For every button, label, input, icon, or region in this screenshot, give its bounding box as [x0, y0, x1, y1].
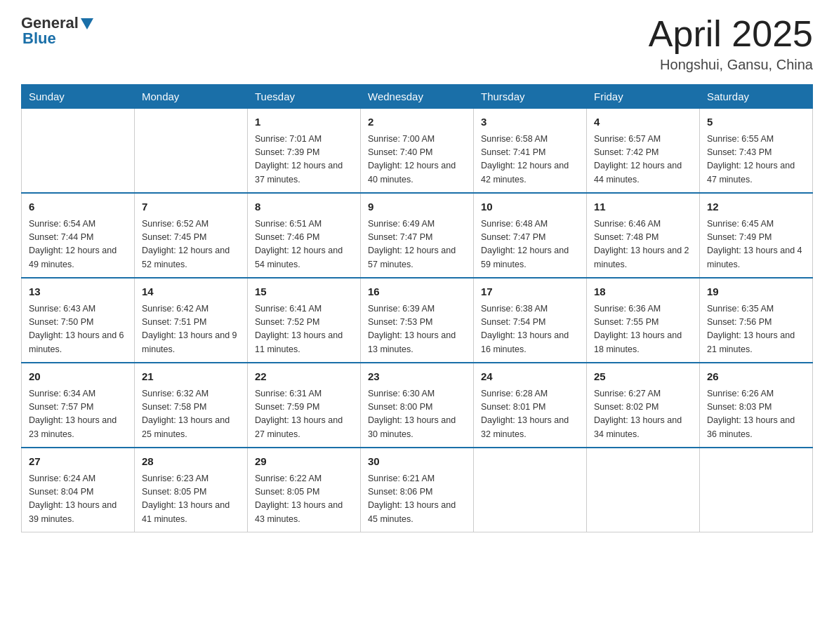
- day-info: Sunrise: 6:32 AMSunset: 7:58 PMDaylight:…: [142, 387, 240, 442]
- page-header: General Blue April 2025 Hongshui, Gansu,…: [21, 14, 813, 73]
- day-number: 11: [594, 199, 692, 215]
- day-number: 7: [142, 199, 240, 215]
- calendar-cell: 1Sunrise: 7:01 AMSunset: 7:39 PMDaylight…: [248, 109, 361, 194]
- day-number: 17: [481, 284, 579, 300]
- calendar-cell: 19Sunrise: 6:35 AMSunset: 7:56 PMDayligh…: [700, 278, 813, 363]
- day-info: Sunrise: 6:34 AMSunset: 7:57 PMDaylight:…: [29, 387, 127, 442]
- day-info: Sunrise: 6:48 AMSunset: 7:47 PMDaylight:…: [481, 217, 579, 272]
- day-number: 6: [29, 199, 127, 215]
- day-number: 15: [255, 284, 353, 300]
- calendar-cell: 9Sunrise: 6:49 AMSunset: 7:47 PMDaylight…: [361, 193, 474, 278]
- day-info: Sunrise: 6:21 AMSunset: 8:06 PMDaylight:…: [368, 472, 466, 527]
- calendar-cell: 20Sunrise: 6:34 AMSunset: 7:57 PMDayligh…: [22, 363, 135, 448]
- day-info: Sunrise: 6:38 AMSunset: 7:54 PMDaylight:…: [481, 302, 579, 357]
- day-info: Sunrise: 6:55 AMSunset: 7:43 PMDaylight:…: [707, 133, 805, 187]
- day-of-week-header: Friday: [587, 85, 700, 109]
- day-info: Sunrise: 6:46 AMSunset: 7:48 PMDaylight:…: [594, 217, 692, 272]
- day-info: Sunrise: 7:01 AMSunset: 7:39 PMDaylight:…: [255, 133, 353, 187]
- calendar-cell: 25Sunrise: 6:27 AMSunset: 8:02 PMDayligh…: [587, 363, 700, 448]
- calendar-cell: 24Sunrise: 6:28 AMSunset: 8:01 PMDayligh…: [474, 363, 587, 448]
- calendar-title: April 2025: [649, 14, 813, 54]
- day-info: Sunrise: 6:27 AMSunset: 8:02 PMDaylight:…: [594, 387, 692, 442]
- day-number: 30: [368, 454, 466, 470]
- day-number: 20: [29, 369, 127, 385]
- calendar-cell: [135, 109, 248, 194]
- day-of-week-header: Wednesday: [361, 85, 474, 109]
- calendar-table: SundayMondayTuesdayWednesdayThursdayFrid…: [21, 84, 813, 532]
- calendar-cell: [22, 109, 135, 194]
- day-info: Sunrise: 6:41 AMSunset: 7:52 PMDaylight:…: [255, 302, 353, 357]
- calendar-week-row: 13Sunrise: 6:43 AMSunset: 7:50 PMDayligh…: [22, 278, 813, 363]
- calendar-cell: 8Sunrise: 6:51 AMSunset: 7:46 PMDaylight…: [248, 193, 361, 278]
- calendar-week-row: 20Sunrise: 6:34 AMSunset: 7:57 PMDayligh…: [22, 363, 813, 448]
- calendar-cell: 11Sunrise: 6:46 AMSunset: 7:48 PMDayligh…: [587, 193, 700, 278]
- day-info: Sunrise: 6:24 AMSunset: 8:04 PMDaylight:…: [29, 472, 127, 527]
- calendar-cell: 30Sunrise: 6:21 AMSunset: 8:06 PMDayligh…: [361, 448, 474, 532]
- day-info: Sunrise: 6:54 AMSunset: 7:44 PMDaylight:…: [29, 217, 127, 272]
- calendar-cell: 28Sunrise: 6:23 AMSunset: 8:05 PMDayligh…: [135, 448, 248, 532]
- calendar-cell: 13Sunrise: 6:43 AMSunset: 7:50 PMDayligh…: [22, 278, 135, 363]
- day-info: Sunrise: 6:42 AMSunset: 7:51 PMDaylight:…: [142, 302, 240, 357]
- day-info: Sunrise: 6:43 AMSunset: 7:50 PMDaylight:…: [29, 302, 127, 357]
- logo-block: General Blue: [21, 14, 93, 48]
- day-number: 22: [255, 369, 353, 385]
- day-number: 27: [29, 454, 127, 470]
- day-info: Sunrise: 7:00 AMSunset: 7:40 PMDaylight:…: [368, 133, 466, 187]
- calendar-subtitle: Hongshui, Gansu, China: [649, 57, 813, 73]
- calendar-cell: 23Sunrise: 6:30 AMSunset: 8:00 PMDayligh…: [361, 363, 474, 448]
- calendar-cell: 4Sunrise: 6:57 AMSunset: 7:42 PMDaylight…: [587, 109, 700, 194]
- day-number: 2: [368, 114, 466, 130]
- day-number: 25: [594, 369, 692, 385]
- day-number: 19: [707, 284, 805, 300]
- calendar-cell: 18Sunrise: 6:36 AMSunset: 7:55 PMDayligh…: [587, 278, 700, 363]
- day-number: 24: [481, 369, 579, 385]
- day-info: Sunrise: 6:35 AMSunset: 7:56 PMDaylight:…: [707, 302, 805, 357]
- day-number: 9: [368, 199, 466, 215]
- logo: General Blue: [21, 14, 93, 48]
- day-number: 12: [707, 199, 805, 215]
- calendar-cell: 7Sunrise: 6:52 AMSunset: 7:45 PMDaylight…: [135, 193, 248, 278]
- day-info: Sunrise: 6:36 AMSunset: 7:55 PMDaylight:…: [594, 302, 692, 357]
- day-info: Sunrise: 6:51 AMSunset: 7:46 PMDaylight:…: [255, 217, 353, 272]
- day-info: Sunrise: 6:28 AMSunset: 8:01 PMDaylight:…: [481, 387, 579, 442]
- calendar-cell: 29Sunrise: 6:22 AMSunset: 8:05 PMDayligh…: [248, 448, 361, 532]
- day-number: 13: [29, 284, 127, 300]
- calendar-cell: 27Sunrise: 6:24 AMSunset: 8:04 PMDayligh…: [22, 448, 135, 532]
- calendar-cell: 14Sunrise: 6:42 AMSunset: 7:51 PMDayligh…: [135, 278, 248, 363]
- day-number: 18: [594, 284, 692, 300]
- day-info: Sunrise: 6:58 AMSunset: 7:41 PMDaylight:…: [481, 133, 579, 187]
- day-info: Sunrise: 6:45 AMSunset: 7:49 PMDaylight:…: [707, 217, 805, 272]
- calendar-week-row: 27Sunrise: 6:24 AMSunset: 8:04 PMDayligh…: [22, 448, 813, 532]
- calendar-cell: [700, 448, 813, 532]
- day-of-week-header: Saturday: [700, 85, 813, 109]
- logo-triangle-icon: [81, 18, 93, 29]
- calendar-week-row: 1Sunrise: 7:01 AMSunset: 7:39 PMDaylight…: [22, 109, 813, 194]
- day-info: Sunrise: 6:49 AMSunset: 7:47 PMDaylight:…: [368, 217, 466, 272]
- day-of-week-header: Monday: [135, 85, 248, 109]
- calendar-cell: 16Sunrise: 6:39 AMSunset: 7:53 PMDayligh…: [361, 278, 474, 363]
- logo-blue-text: Blue: [22, 29, 56, 48]
- calendar-cell: 26Sunrise: 6:26 AMSunset: 8:03 PMDayligh…: [700, 363, 813, 448]
- calendar-cell: [474, 448, 587, 532]
- title-block: April 2025 Hongshui, Gansu, China: [649, 14, 813, 73]
- day-info: Sunrise: 6:52 AMSunset: 7:45 PMDaylight:…: [142, 217, 240, 272]
- calendar-cell: 15Sunrise: 6:41 AMSunset: 7:52 PMDayligh…: [248, 278, 361, 363]
- calendar-cell: 6Sunrise: 6:54 AMSunset: 7:44 PMDaylight…: [22, 193, 135, 278]
- calendar-cell: [587, 448, 700, 532]
- day-number: 3: [481, 114, 579, 130]
- day-number: 14: [142, 284, 240, 300]
- day-number: 29: [255, 454, 353, 470]
- day-number: 16: [368, 284, 466, 300]
- day-info: Sunrise: 6:39 AMSunset: 7:53 PMDaylight:…: [368, 302, 466, 357]
- day-info: Sunrise: 6:57 AMSunset: 7:42 PMDaylight:…: [594, 133, 692, 187]
- day-number: 4: [594, 114, 692, 130]
- calendar-cell: 12Sunrise: 6:45 AMSunset: 7:49 PMDayligh…: [700, 193, 813, 278]
- calendar-cell: 2Sunrise: 7:00 AMSunset: 7:40 PMDaylight…: [361, 109, 474, 194]
- calendar-cell: 17Sunrise: 6:38 AMSunset: 7:54 PMDayligh…: [474, 278, 587, 363]
- day-of-week-header: Sunday: [22, 85, 135, 109]
- day-number: 10: [481, 199, 579, 215]
- calendar-cell: 10Sunrise: 6:48 AMSunset: 7:47 PMDayligh…: [474, 193, 587, 278]
- calendar-cell: 3Sunrise: 6:58 AMSunset: 7:41 PMDaylight…: [474, 109, 587, 194]
- day-number: 8: [255, 199, 353, 215]
- day-number: 28: [142, 454, 240, 470]
